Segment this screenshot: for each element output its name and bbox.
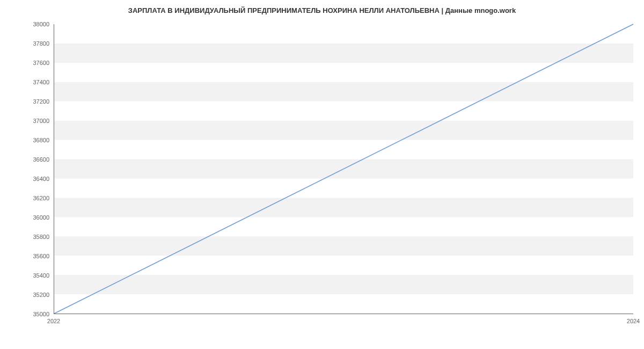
y-tick-label: 35400: [17, 272, 49, 279]
y-tick-label: 36600: [17, 156, 49, 163]
grid-band: [54, 43, 633, 63]
grid-band: [54, 82, 633, 101]
y-tick-label: 35000: [17, 311, 49, 317]
y-tick-label: 35200: [17, 292, 49, 298]
grid-band: [54, 198, 633, 217]
plot-area: [54, 24, 633, 314]
grid-band: [54, 121, 633, 140]
y-tick-label: 35800: [17, 234, 49, 240]
chart-svg: [54, 24, 633, 314]
y-tick-label: 35600: [17, 253, 49, 259]
chart-container: ЗАРПЛАТА В ИНДИВИДУАЛЬНЫЙ ПРЕДПРИНИМАТЕЛ…: [0, 0, 644, 349]
y-tick-label: 37600: [17, 60, 49, 66]
y-tick-label: 37800: [17, 40, 49, 47]
y-tick-label: 37400: [17, 79, 49, 85]
chart-title: ЗАРПЛАТА В ИНДИВИДУАЛЬНЫЙ ПРЕДПРИНИМАТЕЛ…: [0, 0, 644, 19]
x-tick-label: 2022: [47, 318, 60, 324]
y-tick-label: 36200: [17, 195, 49, 201]
y-tick-label: 36400: [17, 176, 49, 182]
y-tick-label: 37200: [17, 98, 49, 105]
grid-band: [54, 236, 633, 256]
y-tick-label: 37000: [17, 118, 49, 124]
grid-band: [54, 275, 633, 294]
y-tick-label: 38000: [17, 21, 49, 27]
y-tick-label: 36800: [17, 137, 49, 143]
x-tick-label: 2024: [627, 318, 640, 324]
y-tick-label: 36000: [17, 214, 49, 221]
